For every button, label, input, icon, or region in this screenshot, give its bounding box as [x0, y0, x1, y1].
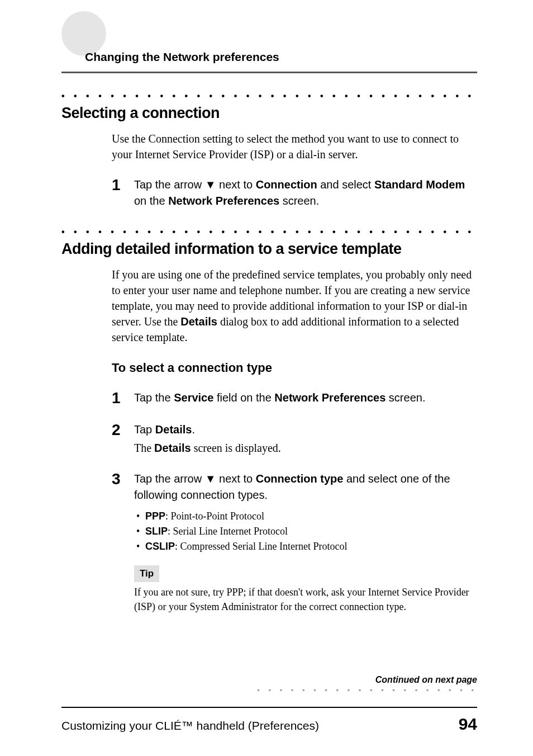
- text: screen is displayed.: [191, 442, 281, 454]
- label-standard-modem: Standard Modem: [374, 178, 465, 191]
- section2-step1: 1 Tap the Service field on the Network P…: [112, 390, 477, 407]
- protocol-desc: : Serial Line Internet Protocol: [168, 526, 288, 537]
- step-number: 2: [112, 422, 134, 456]
- text: on the: [134, 195, 168, 207]
- connection-type-list: PPP: Point-to-Point Protocol SLIP: Seria…: [134, 509, 477, 554]
- text: Tap the: [134, 391, 174, 404]
- list-item: PPP: Point-to-Point Protocol: [134, 509, 477, 524]
- continued-label: Continued on next page: [257, 675, 477, 685]
- label-connection-type: Connection type: [256, 472, 344, 485]
- protocol-name: CSLIP: [145, 541, 175, 552]
- text: .: [192, 423, 195, 436]
- protocol-desc: : Compressed Serial Line Internet Protoc…: [175, 541, 347, 552]
- step-body: Tap the arrow ▼ next to Connection type …: [134, 471, 477, 614]
- step-number: 3: [112, 471, 134, 614]
- step-subtext: The Details screen is displayed.: [134, 440, 281, 456]
- text: next to: [216, 178, 256, 191]
- step-body: Tap the Service field on the Network Pre…: [134, 390, 425, 407]
- tip-badge: Tip: [134, 565, 159, 583]
- protocol-name: PPP: [145, 511, 165, 522]
- section2-step2: 2 Tap Details. The Details screen is dis…: [112, 422, 477, 456]
- step-number: 1: [112, 390, 134, 407]
- text: The: [134, 442, 154, 454]
- step-body: Tap Details. The Details screen is displ…: [134, 422, 281, 456]
- protocol-desc: : Point-to-Point Protocol: [165, 511, 264, 522]
- section1-step1: 1 Tap the arrow ▼ next to Connection and…: [112, 177, 477, 209]
- list-item: CSLIP: Compressed Serial Line Internet P…: [134, 539, 477, 554]
- label-network-preferences: Network Preferences: [274, 391, 386, 404]
- section-title-adding-detailed: Adding detailed information to a service…: [61, 240, 477, 258]
- subheading-select-connection-type: To select a connection type: [112, 361, 477, 375]
- continued-note: Continued on next page • • • • • • • • •…: [257, 675, 477, 694]
- down-arrow-icon: ▼: [205, 178, 216, 191]
- section2-intro: If you are using one of the predefined s…: [112, 267, 477, 345]
- label-details: Details: [155, 423, 192, 436]
- label-details: Details: [154, 442, 191, 454]
- down-arrow-icon: ▼: [205, 472, 216, 485]
- step-body: Tap the arrow ▼ next to Connection and s…: [134, 177, 477, 209]
- page-number: 94: [459, 715, 477, 734]
- label-connection: Connection: [256, 178, 317, 191]
- footer-section-title: Customizing your CLIÉ™ handheld (Prefere…: [61, 719, 319, 733]
- text: screen.: [386, 391, 425, 404]
- section2-step3: 3 Tap the arrow ▼ next to Connection typ…: [112, 471, 477, 614]
- section-title-selecting-connection: Selecting a connection: [61, 105, 477, 122]
- text: field on the: [213, 391, 274, 404]
- text: Tap the arrow: [134, 178, 205, 191]
- protocol-name: SLIP: [145, 526, 168, 537]
- page-footer: Customizing your CLIÉ™ handheld (Prefere…: [61, 707, 477, 734]
- breadcrumb: Changing the Network preferences: [61, 17, 477, 73]
- list-item: SLIP: Serial Line Internet Protocol: [134, 524, 477, 539]
- text: Tap: [134, 423, 155, 436]
- label-details: Details: [180, 315, 217, 328]
- step-number: 1: [112, 177, 134, 209]
- dotted-divider: • • • • • • • • • • • • • • • • • • • • …: [61, 91, 477, 101]
- dotted-divider-small: • • • • • • • • • • • • • • • • • • • •: [257, 686, 477, 694]
- text: Tap the arrow: [134, 472, 205, 485]
- dotted-divider: • • • • • • • • • • • • • • • • • • • • …: [61, 227, 477, 237]
- label-network-preferences: Network Preferences: [168, 195, 279, 207]
- label-service: Service: [174, 391, 213, 404]
- text: and select: [317, 178, 374, 191]
- text: next to: [216, 472, 256, 485]
- text: screen.: [279, 195, 319, 207]
- section1-intro: Use the Connection setting to select the…: [112, 131, 477, 162]
- tip-text: If you are not sure, try PPP; if that do…: [134, 585, 477, 613]
